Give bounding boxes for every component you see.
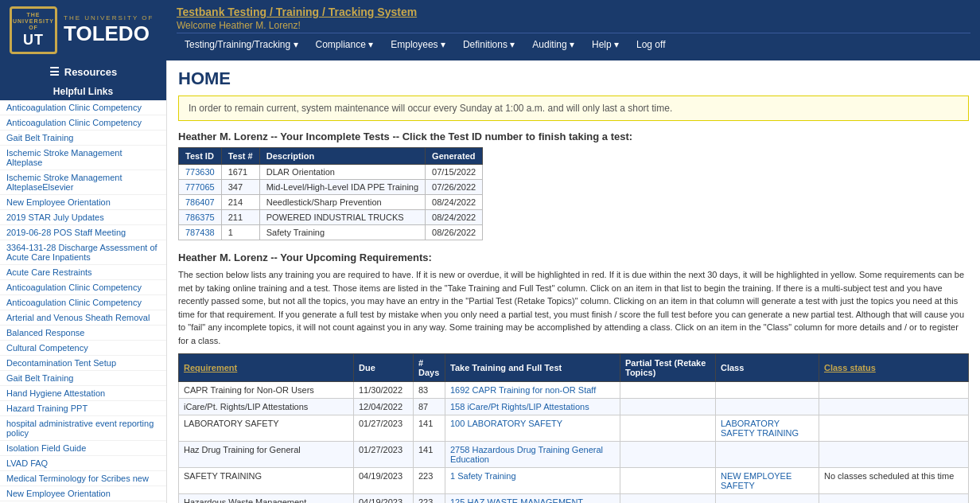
nav-help[interactable]: Help ▾ [584,37,627,53]
training-link[interactable]: 158 iCare/Pt Rights/LIP Attestations [450,402,589,411]
sidebar-link-isolation[interactable]: Isolation Field Guide [0,441,166,456]
upcoming-req-description: The section below lists any training you… [178,268,969,347]
nav-bar: Testing/Training/Tracking ▾ Compliance ▾… [177,33,970,56]
header-title[interactable]: Testbank Testing / Training / Tracking S… [177,6,970,18]
main-content: HOME In order to remain current, system … [167,60,980,503]
sidebar-section-label: Helpful Links [0,83,166,100]
main-layout: ☰ Resources Helpful Links Anticoagulatio… [0,60,980,503]
logo-shield-text: THE UNIVERSITY OF UT [12,12,55,49]
nav-compliance[interactable]: Compliance ▾ [308,37,382,53]
sidebar-link[interactable]: Decontamination Tent Setup [0,356,166,371]
sidebar-link[interactable]: Gait Belt Training [0,131,166,146]
col-due: Due [354,354,414,382]
sidebar-links: Anticoagulation Clinic Competency Antico… [0,100,166,503]
sidebar-link-hospital-admin[interactable]: hospital administrative event reporting … [0,416,166,441]
sidebar-link[interactable]: 3364-131-28 Discharge Assessment of Acut… [0,240,166,265]
table-row: iCare/Pt. Rights/LIP Attestations 12/04/… [179,399,969,415]
col-days: # Days [414,354,445,382]
nav-auditing[interactable]: Auditing ▾ [524,37,582,53]
table-row: Haz Drug Training for General 01/27/2023… [179,442,969,468]
nav-definitions[interactable]: Definitions ▾ [455,37,523,53]
col-test-id: Test ID [179,148,222,165]
notice-box: In order to remain current, system maint… [178,96,969,121]
sidebar-link[interactable]: Medical Terminology for Scribes new [0,471,166,486]
training-link[interactable]: 2758 Hazardous Drug Training General Edu… [450,445,603,464]
col-generated: Generated [426,148,483,165]
col-partial: Partial Test (Retake Topics) [620,354,716,382]
nav-testing[interactable]: Testing/Training/Tracking ▾ [177,37,306,53]
header-welcome: Welcome Heather M. Lorenz! [177,20,970,31]
training-link[interactable]: 100 LABORATORY SAFETY [450,419,562,428]
col-requirement: Requirement [179,354,354,382]
table-row: 773630 1671 DLAR Orientation 07/15/2022 [179,165,483,180]
sidebar-link[interactable]: New Employee Orientation [0,486,166,501]
header-content: Testbank Testing / Training / Tracking S… [167,0,980,60]
incomplete-tests-title: Heather M. Lorenz -- Your Incomplete Tes… [178,131,969,142]
sidebar-link[interactable]: Ischemic Stroke Management AlteplaseElse… [0,170,166,195]
sidebar-link[interactable]: 2019-06-28 POS Staff Meeting [0,225,166,240]
logo-line1: THE UNIVERSITY OF [64,14,154,21]
col-class-status: Class status [819,354,969,382]
test-id-link[interactable]: 786407 [185,197,215,207]
sidebar-link[interactable]: Acute Care Restraints [0,265,166,280]
incomplete-tests-table: Test ID Test # Description Generated 773… [178,147,483,240]
nav-logout[interactable]: Log off [628,37,673,53]
test-id-link[interactable]: 773630 [185,167,215,177]
class-link[interactable]: NEW EMPLOYEE SAFETY [721,471,791,490]
sidebar-link[interactable]: Cultural Competency [0,341,166,356]
logo-text: THE UNIVERSITY OF TOLEDO [64,14,154,46]
sidebar: ☰ Resources Helpful Links Anticoagulatio… [0,60,167,503]
table-row: Hazardous Waste Management 04/19/2023 22… [179,494,969,504]
requirements-table: Requirement Due # Days Take Training and… [178,353,969,503]
col-test-num: Test # [221,148,259,165]
table-row: 787438 1 Safety Training 08/26/2022 [179,225,483,240]
table-row: 786375 211 POWERED INDUSTRIAL TRUCKS 08/… [179,210,483,225]
sidebar-link[interactable]: Balanced Response [0,326,166,341]
menu-icon[interactable]: ☰ [49,65,60,78]
sidebar-link[interactable]: 2019 STAR July Updates [0,210,166,225]
sidebar-header: ☰ Resources [0,60,166,83]
sidebar-link[interactable]: Hand Hygiene Attestation [0,386,166,401]
sidebar-link[interactable]: Anticoagulation Clinic Competency [0,295,166,310]
col-take-training: Take Training and Full Test [445,354,620,382]
logo-area: THE UNIVERSITY OF UT THE UNIVERSITY OF T… [0,0,167,60]
upcoming-req-title: Heather M. Lorenz -- Your Upcoming Requi… [178,252,969,263]
table-row: 777065 347 Mid-Level/High-Level IDA PPE … [179,180,483,195]
logo-shield: THE UNIVERSITY OF UT [10,6,57,54]
sidebar-title: Resources [64,66,117,78]
table-row: SAFETY TRAINING 04/19/2023 223 1 Safety … [179,468,969,494]
test-id-link[interactable]: 786375 [185,213,215,222]
header: THE UNIVERSITY OF UT THE UNIVERSITY OF T… [0,0,980,60]
training-link[interactable]: 125 HAZ WASTE MANAGEMENT [450,497,583,503]
page-title: HOME [178,68,969,89]
sidebar-link[interactable]: New Employee Orientation [0,195,166,210]
logo-line2: TOLEDO [64,21,154,46]
training-link[interactable]: 1692 CAPR Training for non-OR Staff [450,385,596,395]
test-id-link[interactable]: 777065 [185,182,215,192]
sidebar-link[interactable]: Anticoagulation Clinic Competency [0,115,166,131]
class-link[interactable]: LABORATORY SAFETY TRAINING [721,419,799,438]
sidebar-link[interactable]: Ischemic Stroke Management Alteplase [0,146,166,170]
sidebar-link[interactable]: Hazard Training PPT [0,401,166,416]
table-row: CAPR Training for Non-OR Users 11/30/202… [179,382,969,399]
table-row: 786407 214 Needlestick/Sharp Prevention … [179,195,483,210]
test-id-link[interactable]: 787438 [185,228,215,237]
sidebar-link[interactable]: Gait Belt Training [0,371,166,386]
sidebar-link[interactable]: Anticoagulation Clinic Competency [0,100,166,115]
nav-employees[interactable]: Employees ▾ [383,37,453,53]
sidebar-link[interactable]: LVAD FAQ [0,456,166,471]
sidebar-link[interactable]: Arterial and Venous Sheath Removal [0,310,166,326]
col-class: Class [716,354,819,382]
training-link[interactable]: 1 Safety Training [450,471,516,481]
sidebar-link[interactable]: Anticoagulation Clinic Competency [0,280,166,295]
col-description: Description [259,148,425,165]
table-row: LABORATORY SAFETY 01/27/2023 141 100 LAB… [179,415,969,442]
